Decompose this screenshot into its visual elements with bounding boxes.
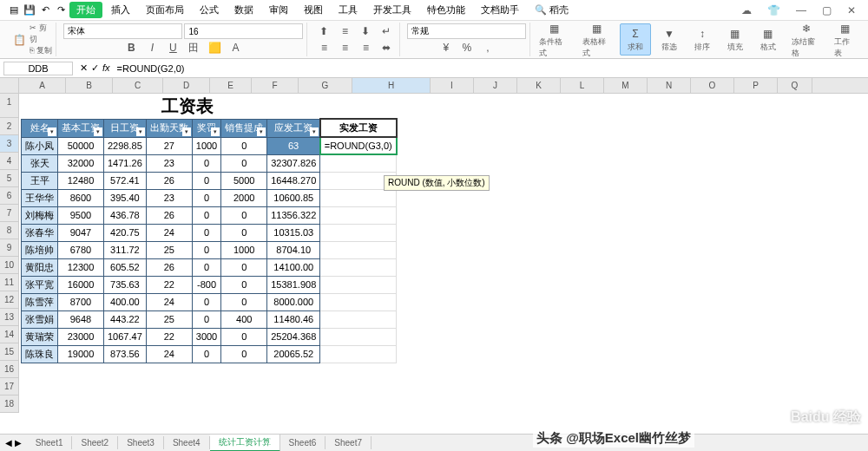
col-header-M[interactable]: M xyxy=(604,78,648,93)
cell[interactable]: 26 xyxy=(146,258,192,276)
cell[interactable]: 0 xyxy=(221,224,267,241)
cell[interactable]: 23 xyxy=(146,189,192,206)
cell[interactable] xyxy=(320,276,397,293)
cell[interactable] xyxy=(320,293,397,310)
cell[interactable]: 张雪娟 xyxy=(22,310,58,328)
row-header-8[interactable]: 8 xyxy=(0,222,18,239)
cell[interactable]: 20065.52 xyxy=(267,345,320,363)
sheet-tab[interactable]: Sheet3 xyxy=(118,436,164,449)
cell[interactable]: 420.75 xyxy=(104,224,147,241)
sheet-tab[interactable]: Sheet6 xyxy=(280,436,326,449)
sheet-tab[interactable]: 统计工资计算 xyxy=(210,435,280,452)
percent-icon[interactable]: % xyxy=(457,40,477,56)
fx-icon[interactable]: fx xyxy=(102,62,110,74)
border-icon[interactable]: 田 xyxy=(184,40,203,56)
redo-icon[interactable]: ↷ xyxy=(54,3,68,17)
row-header-11[interactable]: 11 xyxy=(0,274,18,291)
menu-dev[interactable]: 开发工具 xyxy=(366,2,418,18)
paste-icon[interactable]: 📋 xyxy=(10,32,28,48)
sheet-tab[interactable]: Sheet1 xyxy=(27,436,73,449)
fill-color-icon[interactable]: 🟨 xyxy=(205,40,224,56)
cell[interactable]: 572.41 xyxy=(104,172,147,189)
cell[interactable]: 刘梅梅 xyxy=(22,206,58,224)
cell[interactable]: 400 xyxy=(221,310,267,328)
fill-button[interactable]: ▦填充 xyxy=(720,24,750,55)
cell[interactable]: 32000 xyxy=(58,154,104,172)
cell[interactable]: 9648 xyxy=(58,310,104,328)
col-header-H[interactable]: H xyxy=(352,78,431,93)
freeze-button[interactable]: ❄冻结窗格 xyxy=(786,19,825,61)
cell[interactable]: 8600 xyxy=(58,189,104,206)
cell[interactable]: 1000 xyxy=(221,241,267,258)
cell[interactable] xyxy=(320,328,397,345)
cell[interactable] xyxy=(320,224,397,241)
bold-icon[interactable]: B xyxy=(122,40,141,56)
cell[interactable]: 陈小凤 xyxy=(22,137,58,154)
cell[interactable] xyxy=(320,310,397,328)
cell[interactable] xyxy=(320,241,397,258)
cell[interactable]: 873.56 xyxy=(104,345,147,363)
cell[interactable]: 0 xyxy=(221,258,267,276)
filter-icon[interactable]: ▾ xyxy=(310,127,319,136)
col-header-G[interactable]: G xyxy=(299,78,352,93)
cell[interactable]: 9047 xyxy=(58,224,104,241)
underline-icon[interactable]: U xyxy=(163,40,182,56)
cell[interactable]: 3000 xyxy=(192,328,220,345)
copy-button[interactable]: ⎘ 复制 xyxy=(30,45,52,56)
cell[interactable]: 25 xyxy=(146,241,192,258)
cell[interactable]: 50000 xyxy=(58,137,104,154)
menu-review[interactable]: 审阅 xyxy=(262,2,295,18)
row-header-3[interactable]: 3 xyxy=(0,135,18,153)
cell[interactable] xyxy=(320,258,397,276)
currency-icon[interactable]: ¥ xyxy=(437,40,456,56)
cell[interactable]: 陈雪萍 xyxy=(22,293,58,310)
cell[interactable]: 26 xyxy=(146,172,192,189)
cell[interactable]: 395.40 xyxy=(104,189,147,206)
cell[interactable]: 5000 xyxy=(221,172,267,189)
cell[interactable]: 黄瑞荣 xyxy=(22,328,58,345)
menu-view[interactable]: 视图 xyxy=(297,2,330,18)
table-header[interactable]: 应发工资▾ xyxy=(267,119,320,137)
menu-data[interactable]: 数据 xyxy=(227,2,260,18)
cell[interactable]: 23000 xyxy=(58,328,104,345)
table-header[interactable]: 日工资▾ xyxy=(104,119,147,137)
cell[interactable]: -800 xyxy=(192,276,220,293)
col-header-P[interactable]: P xyxy=(734,78,778,93)
cell[interactable]: 25204.368 xyxy=(267,328,320,345)
cell[interactable]: 王平 xyxy=(22,172,58,189)
filter-icon[interactable]: ▾ xyxy=(211,127,220,136)
row-header-14[interactable]: 14 xyxy=(0,326,18,343)
cell[interactable]: 400.00 xyxy=(104,293,147,310)
row-header-13[interactable]: 13 xyxy=(0,309,18,326)
cell[interactable]: 27 xyxy=(146,137,192,154)
align-mid-icon[interactable]: ≡ xyxy=(335,23,354,39)
cloud-icon[interactable]: ☁ xyxy=(736,3,757,18)
cell[interactable]: 11356.322 xyxy=(267,206,320,224)
cell[interactable]: 张春华 xyxy=(22,224,58,241)
cell[interactable]: 1471.26 xyxy=(104,154,147,172)
align-bot-icon[interactable]: ⬇ xyxy=(356,23,375,39)
cell[interactable]: 黄阳忠 xyxy=(22,258,58,276)
cell[interactable] xyxy=(320,345,397,363)
filter-icon[interactable]: ▾ xyxy=(94,127,102,136)
skin-icon[interactable]: 👕 xyxy=(762,3,786,18)
cond-format-button[interactable]: ▦条件格式 xyxy=(534,19,573,61)
menu-home[interactable]: 开始 xyxy=(69,2,102,18)
col-header-L[interactable]: L xyxy=(561,78,604,93)
row-header-1[interactable]: 1 xyxy=(0,94,18,118)
cell[interactable]: 0 xyxy=(221,206,267,224)
menu-doc[interactable]: 文档助手 xyxy=(474,2,526,18)
cell[interactable]: 436.78 xyxy=(104,206,147,224)
menu-insert[interactable]: 插入 xyxy=(104,2,137,18)
cell[interactable]: 0 xyxy=(192,172,220,189)
col-header-O[interactable]: O xyxy=(691,78,734,93)
cell[interactable]: 0 xyxy=(221,154,267,172)
cell[interactable]: 11480.46 xyxy=(267,310,320,328)
cell[interactable]: =ROUND(G3,0) xyxy=(320,137,397,154)
col-header-B[interactable]: B xyxy=(66,78,113,93)
cell[interactable]: 19000 xyxy=(58,345,104,363)
table-header[interactable]: 奖罚▾ xyxy=(192,119,220,137)
cell[interactable] xyxy=(320,206,397,224)
accept-formula-icon[interactable]: ✓ xyxy=(91,62,99,74)
font-size-select[interactable] xyxy=(184,23,303,39)
